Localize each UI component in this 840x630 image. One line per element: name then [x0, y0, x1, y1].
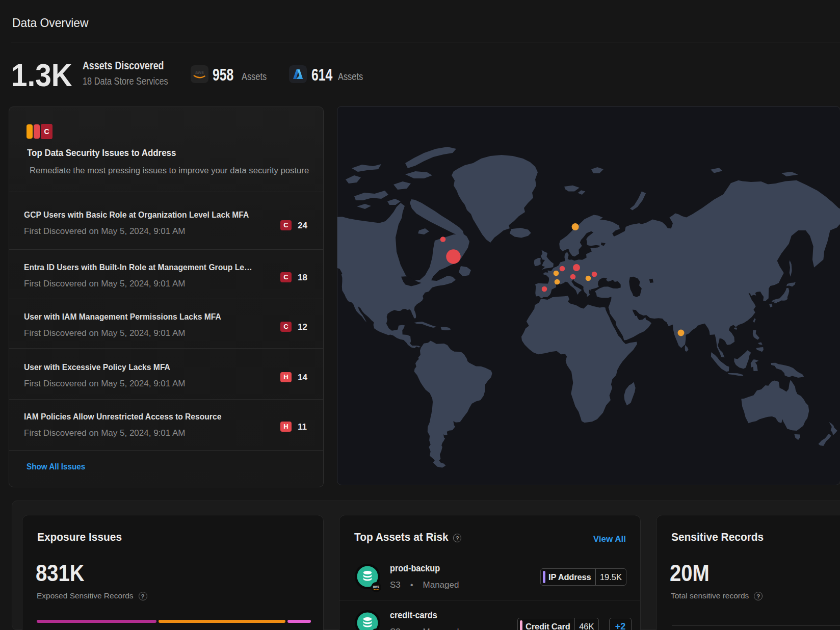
- svg-text:aws: aws: [373, 585, 380, 588]
- svg-text:aws: aws: [195, 70, 204, 75]
